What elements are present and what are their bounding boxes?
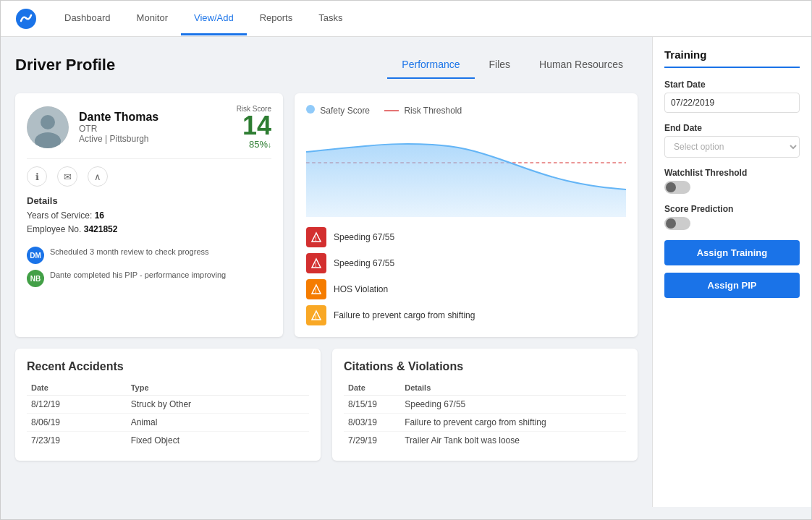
driver-role: OTR: [79, 124, 227, 134]
tab-files[interactable]: Files: [475, 51, 525, 79]
chart-legend: Safety Score Risk Threshold: [306, 105, 626, 116]
table-row: 7/29/19 Trailer Air Tank bolt was loose: [344, 432, 626, 450]
accident-type-2: Fixed Object: [127, 432, 309, 450]
alert-icon-yellow-3: !: [306, 305, 326, 325]
legend-risk-threshold: Risk Threshold: [384, 106, 462, 116]
driver-name: Dante Thomas: [79, 111, 227, 124]
alert-icon-red-0: !: [306, 227, 326, 247]
table-row: 8/12/19 Struck by Other: [27, 396, 309, 414]
watchlist-group: Watchlist Threshold: [664, 168, 800, 194]
score-pred-toggle-knob: [666, 218, 676, 229]
start-date-input[interactable]: [664, 93, 800, 113]
nav-reports[interactable]: Reports: [247, 2, 306, 35]
chevron-up-icon-btn[interactable]: ∧: [88, 166, 108, 187]
driver-avatar: [27, 106, 69, 148]
details-title: Details: [27, 195, 271, 206]
comment-row-1: NB Dante completed his PIP - performance…: [27, 270, 271, 287]
divider: [27, 158, 271, 159]
alert-icon-red-1: !: [306, 253, 326, 273]
svg-text:!: !: [315, 235, 317, 242]
nav-items: Dashboard Monitor View/Add Reports Tasks: [51, 2, 355, 35]
violations-card: Citations & Violations Date Details 8/15…: [332, 349, 638, 461]
comment-text-dm: Scheduled 3 month review to check progre…: [50, 247, 209, 257]
svg-text:!: !: [315, 313, 317, 320]
violation-detail-1: Failure to prevent cargo from shifting: [400, 414, 626, 432]
years-of-service-row: Years of Service: 16: [27, 209, 271, 223]
watchlist-label: Watchlist Threshold: [664, 168, 800, 178]
info-icon-btn[interactable]: ℹ: [27, 166, 47, 187]
sub-tabs: Performance Files Human Resources: [387, 51, 638, 79]
right-panel: Training Start Date End Date Select opti…: [652, 37, 811, 507]
assign-pip-button[interactable]: Assign PIP: [664, 273, 800, 298]
assign-training-button[interactable]: Assign Training: [664, 240, 800, 265]
mail-icon-btn[interactable]: ✉: [57, 166, 77, 187]
table-row: 7/23/19 Fixed Object: [27, 432, 309, 450]
tab-performance[interactable]: Performance: [387, 51, 474, 79]
table-row: 8/03/19 Failure to prevent cargo from sh…: [344, 414, 626, 432]
violations-title: Citations & Violations: [344, 360, 626, 373]
years-of-service-label: Years of Service:: [27, 210, 92, 221]
comment-text-nb: Dante completed his PIP - performance im…: [50, 270, 226, 281]
accidents-card: Recent Accidents Date Type 8/12/19 Struc…: [15, 349, 321, 461]
accident-type-1: Animal: [127, 414, 309, 432]
risk-score-value: 14: [237, 113, 271, 139]
violations-col-date: Date: [344, 380, 400, 396]
main-panel: Driver Profile Performance Files Human R…: [1, 37, 652, 507]
alert-2: ! HOS Violation: [306, 279, 626, 299]
violation-detail-0: Speeding 67/55: [400, 396, 626, 414]
violations-col-detail: Details: [400, 380, 626, 396]
score-pred-label: Score Prediction: [664, 204, 800, 214]
comment-row-0: DM Scheduled 3 month review to check pro…: [27, 247, 271, 264]
table-row: 8/15/19 Speeding 67/55: [344, 396, 626, 414]
panel-title: Training: [664, 48, 800, 68]
nav-dashboard[interactable]: Dashboard: [51, 2, 124, 35]
accident-type-0: Struck by Other: [127, 396, 309, 414]
nav-view-add[interactable]: View/Add: [181, 2, 247, 35]
driver-header: Dante Thomas OTR Active | Pittsburgh Ris…: [27, 105, 271, 150]
violation-date-2: 7/29/19: [344, 432, 400, 450]
app-logo: [15, 8, 37, 30]
page-header: Driver Profile Performance Files Human R…: [15, 51, 638, 79]
nav-monitor[interactable]: Monitor: [124, 2, 181, 35]
accident-date-0: 8/12/19: [27, 396, 127, 414]
performance-card: Safety Score Risk Threshold: [295, 93, 638, 337]
end-date-select[interactable]: Select option: [664, 136, 800, 158]
svg-text:!: !: [315, 261, 317, 268]
driver-card: Dante Thomas OTR Active | Pittsburgh Ris…: [15, 93, 283, 337]
cards-row: Dante Thomas OTR Active | Pittsburgh Ris…: [15, 93, 638, 337]
risk-score-box: Risk Score 14 85%: [237, 105, 271, 150]
legend-safety-score: Safety Score: [306, 105, 370, 116]
accidents-col-type: Type: [127, 380, 309, 396]
alert-list: ! Speeding 67/55 ! Speeding 67/55: [306, 227, 626, 325]
tab-human-resources[interactable]: Human Resources: [525, 51, 638, 79]
alert-icon-orange-2: !: [306, 279, 326, 299]
comment-avatar-dm: DM: [27, 247, 44, 264]
bottom-row: Recent Accidents Date Type 8/12/19 Struc…: [15, 349, 638, 461]
end-date-group: End Date Select option: [664, 123, 800, 158]
accidents-col-date: Date: [27, 380, 127, 396]
score-pred-toggle-row: [664, 217, 800, 230]
employee-no-label: Employee No.: [27, 224, 81, 234]
violations-table: Date Details 8/15/19 Speeding 67/55 8/03…: [344, 380, 626, 449]
comment-avatar-nb: NB: [27, 270, 44, 287]
end-date-label: End Date: [664, 123, 800, 133]
score-pred-group: Score Prediction: [664, 204, 800, 230]
alert-text-2: HOS Violation: [334, 284, 388, 294]
nav-tasks[interactable]: Tasks: [305, 2, 355, 35]
alert-1: ! Speeding 67/55: [306, 253, 626, 273]
watchlist-toggle[interactable]: [664, 181, 690, 194]
legend-dot-safety: [306, 105, 315, 114]
watchlist-toggle-row: [664, 181, 800, 194]
legend-line-risk: [384, 110, 399, 111]
violation-date-0: 8/15/19: [344, 396, 400, 414]
svg-point-2: [41, 115, 55, 129]
start-date-label: Start Date: [664, 80, 800, 90]
violation-detail-2: Trailer Air Tank bolt was loose: [400, 432, 626, 450]
alert-text-0: Speeding 67/55: [334, 232, 394, 242]
score-pred-toggle[interactable]: [664, 217, 690, 230]
years-of-service-value: 16: [95, 210, 104, 221]
svg-text:!: !: [315, 287, 317, 294]
alert-text-1: Speeding 67/55: [334, 258, 394, 268]
alert-0: ! Speeding 67/55: [306, 227, 626, 247]
alert-text-3: Failure to prevent cargo from shifting: [334, 310, 475, 320]
